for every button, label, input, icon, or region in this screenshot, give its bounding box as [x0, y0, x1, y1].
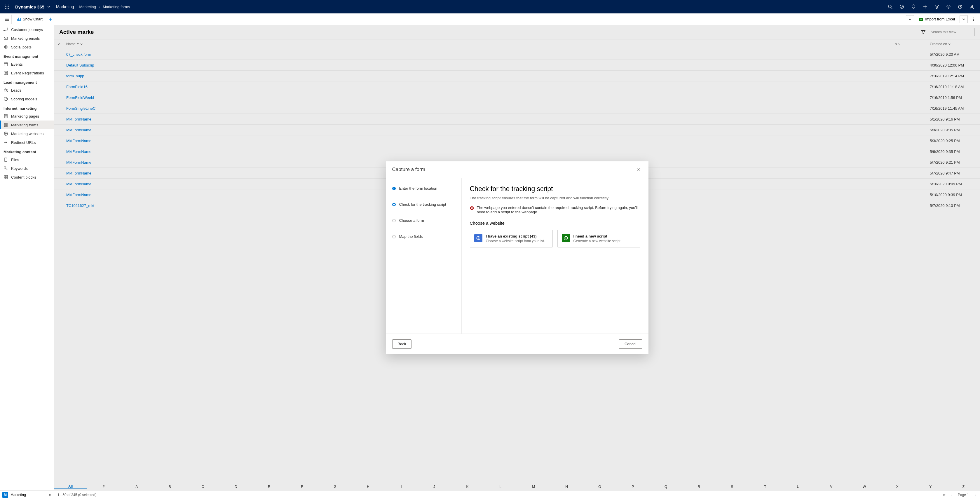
- step-indicator-icon: [392, 187, 396, 190]
- error-icon: [470, 206, 474, 210]
- svg-point-5: [8, 6, 10, 7]
- cancel-button[interactable]: Cancel: [619, 339, 642, 349]
- sidebar-group-label: Event management: [0, 51, 54, 60]
- chevron-down-icon[interactable]: [47, 5, 50, 8]
- app-launcher-icon[interactable]: [2, 2, 12, 11]
- pager: ⇤ ← Page 1 →: [940, 493, 980, 497]
- modal-title: Capture a form: [392, 167, 425, 172]
- step-label: Map the fields: [399, 234, 423, 239]
- sidebar-item-customer-journeys[interactable]: Customer journeys: [0, 25, 54, 34]
- sidebar-item-marketing-websites[interactable]: Marketing websites: [0, 129, 54, 138]
- svg-point-26: [5, 89, 6, 90]
- add-icon[interactable]: [919, 0, 931, 13]
- capture-form-modal: Capture a form Enter the form locationCh…: [386, 161, 649, 354]
- sidebar-item-redirect-urls[interactable]: Redirect URLs: [0, 138, 54, 147]
- breadcrumb-item[interactable]: Marketing: [80, 5, 96, 9]
- record-count: 1 - 50 of 345 (0 selected): [54, 493, 100, 497]
- show-chart-label: Show Chart: [23, 17, 43, 21]
- global-nav-bar: Dynamics 365 Marketing Marketing › Marke…: [0, 0, 980, 13]
- svg-point-13: [960, 8, 960, 8]
- sidebar-item-events[interactable]: Events: [0, 60, 54, 68]
- import-dropdown[interactable]: [959, 15, 968, 23]
- svg-point-27: [6, 89, 7, 91]
- next-page-icon[interactable]: →: [973, 493, 977, 497]
- svg-point-16: [973, 17, 974, 18]
- area-name: Marketing: [11, 493, 26, 497]
- brand-label[interactable]: Dynamics 365: [15, 5, 45, 10]
- help-icon[interactable]: [954, 0, 966, 13]
- svg-point-23: [5, 46, 6, 48]
- breadcrumb: Marketing › Marketing forms: [80, 5, 130, 9]
- error-message: The webpage you entered doesn't contain …: [470, 205, 640, 214]
- lightbulb-icon[interactable]: [908, 0, 919, 13]
- wizard-steps: Enter the form locationCheck for the tra…: [386, 178, 462, 334]
- sidebar-item-label: Customer journeys: [11, 27, 43, 32]
- first-page-icon[interactable]: ⇤: [943, 493, 946, 497]
- sidebar-item-social-posts[interactable]: Social posts: [0, 43, 54, 51]
- wizard-step: Check for the tracking script: [392, 202, 455, 218]
- settings-icon[interactable]: [943, 0, 954, 13]
- step-label: Enter the form location: [399, 186, 438, 202]
- sidebar-item-event-registrations[interactable]: Event Registrations: [0, 68, 54, 77]
- sidebar-item-marketing-pages[interactable]: Marketing pages: [0, 112, 54, 121]
- new-button[interactable]: [46, 13, 57, 25]
- card-sub: Choose a website script from your list.: [486, 239, 545, 243]
- sidebar-item-label: Marketing websites: [11, 132, 43, 136]
- area-label[interactable]: Marketing: [56, 5, 74, 9]
- sidebar-item-files[interactable]: Files: [0, 155, 54, 164]
- sidebar-group-label: Lead management: [0, 77, 54, 86]
- sidebar-item-leads[interactable]: Leads: [0, 86, 54, 95]
- sidebar-item-content-blocks[interactable]: Content blocks: [0, 173, 54, 181]
- sidebar-item-scoring-models[interactable]: Scoring models: [0, 95, 54, 103]
- step-indicator-icon: [392, 219, 396, 222]
- step-indicator-icon: [392, 235, 396, 238]
- page-label: Page 1: [958, 493, 969, 497]
- new-script-card[interactable]: I need a new script Generate a new websi…: [557, 230, 640, 248]
- filter-icon[interactable]: [931, 0, 943, 13]
- existing-script-card[interactable]: I have an existing script (43) Choose a …: [470, 230, 553, 248]
- sidebar-group-label: Internet marketing: [0, 103, 54, 112]
- sidebar-item-label: Social posts: [11, 45, 32, 49]
- wizard-step: Enter the form location: [392, 186, 455, 202]
- sidebar-item-marketing-forms[interactable]: Marketing forms: [0, 121, 54, 129]
- sitemap-toggle-icon[interactable]: [2, 14, 12, 24]
- prev-page-icon[interactable]: ←: [950, 493, 954, 497]
- step-label: Check for the tracking script: [399, 202, 446, 218]
- svg-rect-31: [5, 124, 7, 124]
- breadcrumb-item[interactable]: Marketing forms: [103, 5, 130, 9]
- panel-sub: The tracking script ensures that the for…: [470, 196, 640, 200]
- search-icon[interactable]: [884, 0, 896, 13]
- svg-point-4: [7, 6, 8, 7]
- more-commands-icon[interactable]: [969, 15, 978, 23]
- card-title: I have an existing script (43): [486, 234, 545, 238]
- wizard-panel: Check for the tracking script The tracki…: [462, 178, 649, 334]
- step-label: Choose a form: [399, 218, 424, 234]
- sidebar-item-label: Event Registrations: [11, 71, 44, 75]
- sidebar-item-keywords[interactable]: Keywords: [0, 164, 54, 173]
- close-icon[interactable]: [635, 166, 642, 173]
- site-map: Customer journeysMarketing emailsSocial …: [0, 25, 54, 490]
- svg-point-17: [973, 19, 974, 19]
- sidebar-item-label: Events: [11, 62, 23, 67]
- svg-point-20: [7, 28, 8, 29]
- back-button[interactable]: Back: [392, 339, 412, 349]
- sidebar-item-marketing-emails[interactable]: Marketing emails: [0, 34, 54, 43]
- svg-point-9: [888, 5, 891, 8]
- show-chart-button[interactable]: Show Chart: [14, 13, 46, 25]
- area-switcher[interactable]: M Marketing: [0, 491, 54, 499]
- svg-point-8: [8, 8, 10, 9]
- updown-icon: [48, 493, 51, 496]
- add-circle-icon: [562, 234, 570, 242]
- import-excel-button[interactable]: Import from Excel: [916, 17, 958, 22]
- sidebar-item-label: Marketing emails: [11, 36, 40, 41]
- task-icon[interactable]: [896, 0, 908, 13]
- sidebar-item-label: Files: [11, 157, 19, 162]
- svg-rect-38: [6, 177, 8, 179]
- sidebar-item-label: Content blocks: [11, 175, 36, 180]
- sidebar-item-label: Scoring models: [11, 97, 37, 101]
- sidebar-item-label: Redirect URLs: [11, 140, 36, 145]
- choose-label: Choose a website: [470, 221, 640, 226]
- svg-point-6: [5, 8, 6, 9]
- overflow-dropdown[interactable]: [906, 15, 914, 23]
- user-icon[interactable]: [966, 0, 978, 13]
